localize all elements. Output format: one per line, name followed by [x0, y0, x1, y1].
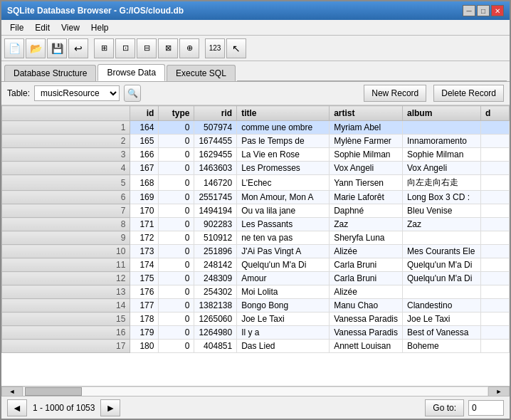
row-number: 4 [2, 162, 130, 175]
close-button[interactable]: ✕ [491, 5, 504, 16]
table-row[interactable]: 91720510912ne ten va pasSheryfa Luna [2, 231, 510, 245]
maximize-button[interactable]: □ [477, 5, 490, 16]
open-file-button[interactable]: 📂 [26, 38, 46, 58]
table-row[interactable]: 171800404851Das LiedAnnett LouisanBoheme [2, 340, 510, 353]
toolbar: 📄 📂 💾 ↩ ⊞ ⊡ ⊟ ⊠ ⊕ 123 ↖ [1, 36, 510, 61]
goto-button[interactable]: Go to: [425, 399, 464, 416]
prev-button[interactable]: ◄ [7, 399, 27, 416]
cell-album [403, 121, 481, 135]
row-number: 16 [2, 326, 130, 340]
table-row[interactable]: 1417701382138Bongo BongManu ChaoClandest… [2, 299, 510, 313]
table-row[interactable]: 416701463603Les PromessesVox AngeliVox A… [2, 162, 510, 175]
grid1-button[interactable]: ⊞ [94, 38, 114, 58]
cell-title: Amour [237, 272, 330, 285]
cell-d [481, 299, 510, 313]
menu-help[interactable]: Help [85, 21, 115, 34]
cell-id: 169 [130, 191, 159, 204]
cell-rid: 1463603 [194, 162, 237, 175]
cell-d [481, 135, 510, 148]
cell-type: 0 [159, 326, 194, 340]
undo-button[interactable]: ↩ [68, 38, 88, 58]
cell-id: 173 [130, 245, 159, 258]
cell-id: 172 [130, 231, 159, 245]
tab-browse-data[interactable]: Browse Data [98, 64, 165, 81]
menu-file[interactable]: File [4, 21, 29, 34]
window-controls: ─ □ ✕ [463, 5, 504, 16]
next-button[interactable]: ► [100, 399, 120, 416]
grid4-button[interactable]: ⊠ [158, 38, 178, 58]
cell-rid: 1265060 [194, 313, 237, 326]
cell-album: Quelqu'un M'a Di [403, 258, 481, 272]
cell-d [481, 191, 510, 204]
cell-album [403, 231, 481, 245]
tab-database-structure[interactable]: Database Structure [4, 65, 96, 81]
col-header-id[interactable]: id [130, 106, 159, 121]
row-number: 2 [2, 135, 130, 148]
table-row[interactable]: 51680146720L'EchecYann Tiersen向左走向右走 [2, 175, 510, 191]
col-header-album[interactable]: album [403, 106, 481, 121]
cell-title: Les Passants [237, 218, 330, 231]
cell-album: Clandestino [403, 299, 481, 313]
counter-button[interactable]: 123 [205, 38, 225, 58]
cell-album: Bleu Venise [403, 204, 481, 218]
scroll-left-button[interactable]: ◄ [1, 387, 23, 397]
cell-rid: 2551745 [194, 191, 237, 204]
grid5-button[interactable]: ⊕ [179, 38, 199, 58]
cell-d [481, 340, 510, 353]
cell-id: 178 [130, 313, 159, 326]
search-button[interactable]: 🔍 [124, 85, 141, 102]
delete-record-button[interactable]: Delete Record [433, 85, 504, 102]
grid2-button[interactable]: ⊡ [115, 38, 135, 58]
cell-d [481, 258, 510, 272]
col-header-rid[interactable]: rid [194, 106, 237, 121]
row-number: 17 [2, 340, 130, 353]
grid3-button[interactable]: ⊟ [137, 38, 157, 58]
table-row[interactable]: 111740248142Quelqu'un M'a DiCarla BruniQ… [2, 258, 510, 272]
table-row[interactable]: 81710902283Les PassantsZazZaz [2, 218, 510, 231]
table-row[interactable]: 101730251896J'Ai Pas Vingt AAlizéeMes Co… [2, 245, 510, 258]
cell-type: 0 [159, 299, 194, 313]
cell-rid: 248309 [194, 272, 237, 285]
menu-view[interactable]: View [56, 21, 85, 34]
row-number: 15 [2, 313, 130, 326]
horizontal-scrollbar[interactable] [23, 387, 488, 397]
col-header-d[interactable]: d [481, 106, 510, 121]
row-number: 13 [2, 285, 130, 299]
cell-title: Ou va lila jane [237, 204, 330, 218]
cell-title: Mon Amour, Mon A [237, 191, 330, 204]
cell-d [481, 231, 510, 245]
table-row[interactable]: 616902551745Mon Amour, Mon AMarie Laforê… [2, 191, 510, 204]
table-row[interactable]: 11640507974comme une ombreMyriam Abel [2, 121, 510, 135]
goto-input[interactable] [468, 400, 504, 416]
cursor-button[interactable]: ↖ [226, 38, 246, 58]
tab-execute-sql[interactable]: Execute SQL [167, 65, 236, 81]
col-header-rownum [2, 106, 130, 121]
table-row[interactable]: 1517801265060Joe Le TaxiVanessa ParadisJ… [2, 313, 510, 326]
scroll-right-button[interactable]: ► [488, 387, 510, 397]
minimize-button[interactable]: ─ [463, 5, 475, 16]
cell-artist: Annett Louisan [330, 340, 403, 353]
new-file-button[interactable]: 📄 [4, 38, 24, 58]
main-window: SQLite Database Browser - G:/IOS/cloud.d… [0, 0, 511, 420]
save-button[interactable]: 💾 [47, 38, 67, 58]
cell-artist: Zaz [330, 218, 403, 231]
table-row[interactable]: 216501674455Pas le Temps deMylène Farmer… [2, 135, 510, 148]
scrollbar-thumb[interactable] [25, 387, 82, 396]
table-row[interactable]: 1617901264980Il y aVanessa ParadisBest o… [2, 326, 510, 340]
col-header-title[interactable]: title [237, 106, 330, 121]
new-record-button[interactable]: New Record [364, 85, 426, 102]
cell-artist: Daphné [330, 204, 403, 218]
table-row[interactable]: 717001494194Ou va lila janeDaphnéBleu Ve… [2, 204, 510, 218]
table-row[interactable]: 121750248309AmourCarla BruniQuelqu'un M'… [2, 272, 510, 285]
table-select[interactable]: musicResource [34, 85, 120, 101]
col-header-artist[interactable]: artist [330, 106, 403, 121]
table-row[interactable]: 131760254302Moi LolitaAlizée [2, 285, 510, 299]
cell-album: Best of Vanessa [403, 326, 481, 340]
cell-id: 180 [130, 340, 159, 353]
cell-title: Joe Le Taxi [237, 313, 330, 326]
table-container[interactable]: id type rid title artist album d 1164050… [1, 105, 510, 386]
col-header-type[interactable]: type [159, 106, 194, 121]
menu-edit[interactable]: Edit [29, 21, 56, 34]
table-row[interactable]: 316601629455La Vie en RoseSophie MilmanS… [2, 148, 510, 162]
table-label: Table: [7, 88, 30, 98]
